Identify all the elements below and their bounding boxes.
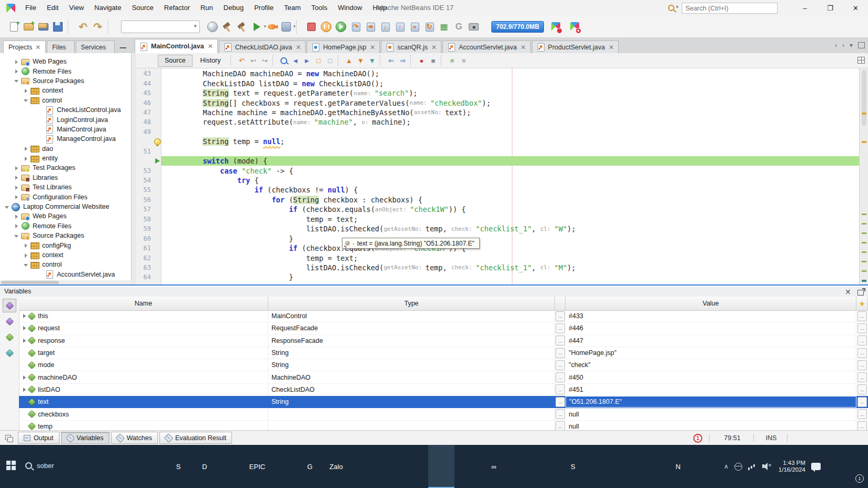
line-number[interactable]: 58 <box>136 216 154 223</box>
variable-value[interactable]: #447 <box>566 335 856 347</box>
line-number[interactable]: 62 <box>136 255 154 262</box>
occurrence-mark[interactable] <box>862 232 866 234</box>
line-number[interactable]: 49 <box>136 128 154 136</box>
column-header-type[interactable]: Type <box>268 297 555 310</box>
toolbar-separator[interactable] <box>68 20 73 34</box>
back-icon[interactable]: ↩ <box>248 55 259 66</box>
line-number[interactable]: 59 <box>136 225 154 232</box>
step-out-icon[interactable]: ↑ <box>392 19 407 34</box>
tree-item-libraries[interactable]: Libraries <box>0 173 131 182</box>
variables-view-icon[interactable] <box>3 299 16 312</box>
tab-homepage-jsp[interactable]: HomePage.jsp ✕ <box>307 40 380 53</box>
pause-icon[interactable] <box>319 19 334 34</box>
finish-debugger-session-icon[interactable] <box>304 19 319 34</box>
shift-left-icon[interactable]: ⇐ <box>386 55 397 66</box>
tab-maincontrol-java[interactable]: MainControl.java ✕ <box>135 39 218 53</box>
scrollbar-thumb[interactable] <box>862 70 866 126</box>
tab-list-icon[interactable]: ▾ <box>850 42 853 49</box>
tree-item-managecontrol[interactable]: ManageControl.java <box>0 134 131 144</box>
editor-toolbar-separator[interactable] <box>441 55 445 66</box>
line-number[interactable]: 60 <box>136 235 154 242</box>
line-number[interactable]: 47 <box>136 109 154 116</box>
step-over-icon[interactable]: ↷ <box>348 19 363 34</box>
run-configuration-select[interactable] <box>121 21 200 33</box>
variable-row-machinedao[interactable]: machineDAO MachineDAO ... #450 ... <box>19 371 868 383</box>
code-line[interactable]: 48 request.setAttribute(name: "machine",… <box>136 117 859 127</box>
line-number[interactable]: 56 <box>136 196 154 204</box>
line-number[interactable]: 57 <box>136 206 154 213</box>
code-line[interactable]: 63 listDAO.isChecked(getAssetNo: temp, c… <box>136 263 859 272</box>
line-number[interactable]: 64 <box>136 273 154 281</box>
open-value-editor-button[interactable]: ... <box>857 384 867 394</box>
close-tab-icon[interactable]: ✕ <box>520 44 526 51</box>
open-value-editor-button[interactable]: ... <box>556 360 565 370</box>
expand-variable-icon[interactable] <box>22 412 27 417</box>
variable-row-request[interactable]: request RequestFacade ... #446 ... <box>19 322 868 334</box>
edge-icon[interactable] <box>139 445 165 488</box>
discord-icon[interactable] <box>218 445 244 488</box>
tree-item-checklistcontrol[interactable]: CheckListControl.java <box>0 105 131 115</box>
open-value-editor-button[interactable]: ... <box>556 372 565 382</box>
open-value-editor-button[interactable]: ... <box>857 336 867 345</box>
tree-item-logincontrol[interactable]: LoginControl.java <box>0 115 131 124</box>
editor-toolbar-separator[interactable] <box>410 55 415 66</box>
code-line[interactable]: 60 } <box>136 233 859 243</box>
expand-variable-icon[interactable] <box>22 350 27 355</box>
open-project-icon[interactable] <box>36 19 51 34</box>
line-number[interactable]: 63 <box>136 264 154 271</box>
search-icon[interactable] <box>668 5 674 11</box>
local-variables-view-icon[interactable] <box>3 314 16 328</box>
tree-expander-icon[interactable] <box>23 97 29 103</box>
code-line[interactable]: 58 temp = text; <box>136 215 859 224</box>
tree-expander-icon[interactable] <box>4 204 10 210</box>
variable-value[interactable]: "check" <box>566 359 856 371</box>
firefox-icon[interactable] <box>376 445 402 488</box>
code-line[interactable]: String temp = null; <box>136 137 859 146</box>
find-selection-icon[interactable] <box>278 55 290 66</box>
occurrence-mark[interactable] <box>862 242 866 243</box>
open-value-editor-button[interactable]: ... <box>857 397 867 407</box>
variable-row-mode[interactable]: mode String ... "check" ... <box>19 359 868 371</box>
open-value-editor-button[interactable]: ... <box>857 311 867 321</box>
line-number[interactable]: 55 <box>136 186 154 194</box>
expand-variable-icon[interactable] <box>22 313 27 319</box>
build-project-icon[interactable] <box>220 19 235 34</box>
statusbar-tab-variables[interactable]: Variables <box>61 432 109 444</box>
variable-row-listdao[interactable]: listDAO CheckListDAO ... #451 ... <box>19 384 868 396</box>
window-group-icon[interactable] <box>5 435 11 440</box>
tree-item-source-packages[interactable]: Source Packages <box>0 76 131 86</box>
pin-icon[interactable] <box>345 241 350 246</box>
visual-studio-icon[interactable]: ∞ <box>481 445 507 488</box>
toolbar-separator[interactable] <box>108 20 113 34</box>
warning-mark[interactable] <box>862 141 866 143</box>
warning-mark[interactable] <box>862 113 866 115</box>
expand-variable-icon[interactable] <box>22 362 27 368</box>
scroll-tabs-left-icon[interactable]: ‹ <box>835 42 837 49</box>
tab-productservlet-java[interactable]: ProductServlet.java ✕ <box>532 40 619 53</box>
menu-item[interactable]: Window <box>332 0 367 16</box>
toolbar-separator[interactable] <box>296 20 301 34</box>
code-line[interactable]: 43 MachineDAO machineDAO = new MachineDA… <box>136 69 859 78</box>
maximize-button[interactable]: ❐ <box>818 0 842 16</box>
menu-item[interactable]: Tools <box>306 0 332 16</box>
tableau-icon[interactable] <box>402 445 428 488</box>
editor-toolbar-separator[interactable] <box>338 55 342 66</box>
variable-row-checkboxs[interactable]: checkboxs ... null ... <box>19 408 868 420</box>
tab-checklistdao-java[interactable]: CheckListDAO.java ✕ <box>219 40 306 53</box>
open-value-editor-button[interactable]: ... <box>556 421 565 430</box>
steam-icon[interactable]: S <box>165 445 191 488</box>
magic-wand-icon[interactable]: ★ <box>856 297 868 310</box>
variable-row-temp[interactable]: temp ... null ... <box>19 421 868 430</box>
variable-row-target[interactable]: target String ... "HomePage.jsp" ... <box>19 347 868 359</box>
tree-item-remote-files-2[interactable]: Remote Files <box>0 221 131 231</box>
spotify-icon[interactable] <box>586 445 612 488</box>
menu-item[interactable]: Source <box>127 0 159 16</box>
signal-bars-icon[interactable] <box>748 463 756 470</box>
open-value-editor-button[interactable]: ... <box>556 311 565 321</box>
line-number[interactable]: 53 <box>136 167 154 175</box>
expand-variable-icon[interactable] <box>22 326 27 331</box>
edge-dev-icon[interactable] <box>455 445 481 488</box>
open-value-editor-button[interactable]: ... <box>556 384 565 394</box>
tree-item-web-pages-2[interactable]: Web Pages <box>0 211 131 221</box>
line-number[interactable]: 45 <box>136 89 154 97</box>
